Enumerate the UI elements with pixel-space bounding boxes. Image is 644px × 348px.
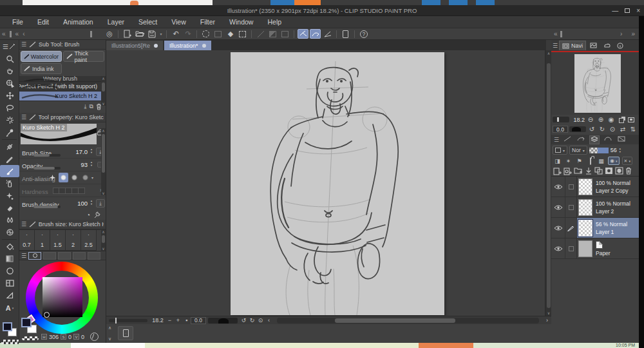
- property-hardness[interactable]: Hardness ›: [19, 184, 106, 197]
- navigator-rotation-slider[interactable]: [569, 126, 586, 132]
- rotation-value[interactable]: 0.0: [191, 317, 206, 324]
- sub-tool-scrollbar[interactable]: ∧ ∨: [101, 76, 106, 106]
- document-tab[interactable]: Illustration*: [164, 41, 211, 50]
- layer-row[interactable]: Paper: [551, 238, 639, 259]
- tool-pen[interactable]: [0, 140, 19, 153]
- rotate-left-icon[interactable]: ↺: [240, 317, 248, 324]
- prev-icon[interactable]: ‹: [23, 30, 24, 37]
- hamburger-icon[interactable]: ☰: [21, 221, 26, 227]
- reset-rotation-icon[interactable]: ⊙: [256, 317, 265, 324]
- layer-opacity-slider[interactable]: [589, 148, 609, 153]
- tool-operation[interactable]: [0, 77, 19, 90]
- hamburger-icon[interactable]: ☰: [21, 41, 26, 48]
- layer-row[interactable]: 100 % Normal Layer 2: [551, 197, 639, 218]
- blend-mode-dropdown[interactable]: Nor▾: [569, 146, 587, 155]
- tool-brush[interactable]: [0, 165, 19, 177]
- open-file-icon[interactable]: [134, 29, 145, 39]
- scroll-up-icon[interactable]: ∧: [108, 325, 111, 331]
- color-mode-toggle-icon[interactable]: [90, 333, 99, 341]
- chevron-down-icon[interactable]: ▾: [91, 175, 93, 180]
- layer-select-checkbox[interactable]: [565, 177, 577, 197]
- tab-color-wheel[interactable]: [28, 252, 41, 260]
- aa-strong-option[interactable]: [80, 173, 90, 182]
- snap-special-ruler-icon[interactable]: [310, 29, 321, 39]
- layer-select-checkbox[interactable]: [565, 238, 577, 258]
- tool-decoration[interactable]: [0, 189, 19, 202]
- tab-color-history[interactable]: [88, 252, 100, 260]
- aa-weak-option[interactable]: [59, 173, 68, 182]
- layer-select-checkbox[interactable]: [565, 197, 577, 217]
- close-tab-icon[interactable]: [154, 44, 158, 48]
- tool-property-scrollbar[interactable]: ∧ ∨: [101, 128, 106, 195]
- document-tab[interactable]: Illustration5[Re: [106, 41, 163, 50]
- reset-rotation-icon[interactable]: ⊙: [608, 126, 617, 133]
- panel-handle[interactable]: [560, 31, 562, 37]
- new-file-icon[interactable]: [122, 29, 133, 39]
- tool-liquify[interactable]: [0, 226, 19, 238]
- scroll-up-icon[interactable]: ∧: [101, 229, 106, 234]
- spinner-icon[interactable]: ▲▼: [90, 199, 93, 206]
- layer-thumbnail[interactable]: [578, 240, 592, 257]
- collapse-right-icon[interactable]: «: [554, 30, 558, 37]
- canvas-viewport[interactable]: [106, 50, 545, 316]
- ruler-range-dropdown[interactable]: ✕▾: [622, 157, 632, 165]
- tool-figure[interactable]: [0, 265, 19, 277]
- layer-select-checkbox[interactable]: [565, 218, 577, 238]
- layer-opacity-value[interactable]: 56: [611, 147, 617, 153]
- help-icon[interactable]: ?: [358, 29, 369, 39]
- navigator-rotation-value[interactable]: 0.0: [553, 126, 568, 133]
- tab-color-mixing[interactable]: [73, 252, 86, 260]
- spinner-icon[interactable]: ▲▼: [90, 148, 93, 154]
- aa-none-option[interactable]: [48, 173, 57, 182]
- sv-cursor[interactable]: [44, 312, 50, 318]
- tool-eyedropper[interactable]: [0, 126, 19, 139]
- sub-tool-group-tab[interactable]: India ink: [21, 63, 62, 74]
- layer-thumbnail[interactable]: [578, 220, 592, 237]
- new-raster-layer-icon[interactable]: [553, 167, 562, 175]
- tool-airbrush[interactable]: [0, 177, 19, 189]
- new-folder-icon[interactable]: [574, 167, 583, 175]
- merge-down-icon[interactable]: [594, 167, 603, 175]
- rotate-right-icon[interactable]: ↻: [248, 317, 256, 324]
- layer-mask-icon[interactable]: [605, 167, 613, 175]
- zoom-value[interactable]: 18.2: [150, 317, 166, 324]
- tab-item-bank[interactable]: [601, 41, 613, 50]
- brush-size-slider[interactable]: [33, 154, 61, 157]
- fit-to-window-icon[interactable]: [619, 118, 624, 123]
- layer-row[interactable]: 100 % Normal Layer 2 Copy: [551, 177, 639, 197]
- tool-ruler[interactable]: [0, 289, 19, 302]
- sub-tool-group-tab[interactable]: Watercolor: [21, 51, 62, 62]
- panel-handle[interactable]: [10, 31, 12, 37]
- property-brush-size[interactable]: Brush Size 17.0 ▲▼ ⤓: [19, 146, 106, 159]
- tab-layer-property[interactable]: [562, 136, 573, 143]
- hue-value[interactable]: 306: [49, 334, 59, 340]
- scroll-down-icon[interactable]: ∨: [101, 101, 106, 106]
- tool-blend[interactable]: [0, 214, 19, 226]
- tool-pencil[interactable]: [0, 153, 19, 165]
- close-tab-icon[interactable]: [202, 44, 206, 48]
- lock-layer-icon[interactable]: [586, 158, 594, 164]
- duplicate-subtool-icon[interactable]: ⧉: [90, 103, 93, 110]
- saturation-value-square[interactable]: [43, 277, 82, 317]
- scroll-up-icon[interactable]: ∧: [101, 76, 106, 81]
- lock-transparent-pixels-icon[interactable]: ▦: [597, 158, 605, 164]
- brush-size-cell[interactable]: 2.5: [81, 230, 97, 251]
- canvas-page[interactable]: [231, 52, 444, 315]
- menu-item[interactable]: Animation: [56, 16, 100, 28]
- transparent-color-strip[interactable]: [1, 340, 19, 344]
- tool-eraser[interactable]: [0, 202, 19, 214]
- hamburger-icon[interactable]: ☰: [554, 137, 559, 143]
- zoom-out-icon[interactable]: ⊖: [586, 116, 595, 123]
- palette-color-dropdown[interactable]: ▾: [553, 146, 567, 155]
- rotate-left-icon[interactable]: ↺: [587, 126, 596, 133]
- delete-layer-icon[interactable]: [625, 167, 632, 175]
- tab-search-layer[interactable]: [576, 136, 586, 143]
- layer-thumbnail[interactable]: [578, 179, 592, 195]
- zoom-in-icon[interactable]: ⊕: [596, 116, 605, 123]
- save-icon[interactable]: [146, 29, 157, 39]
- spinner-icon[interactable]: ▲▼: [619, 147, 621, 153]
- rule-line-icon[interactable]: [255, 29, 266, 39]
- wrench-icon[interactable]: [93, 211, 100, 218]
- canvas-vertical-scrollbar[interactable]: ∧ ∨: [545, 50, 551, 316]
- menu-item[interactable]: Filter: [193, 16, 222, 28]
